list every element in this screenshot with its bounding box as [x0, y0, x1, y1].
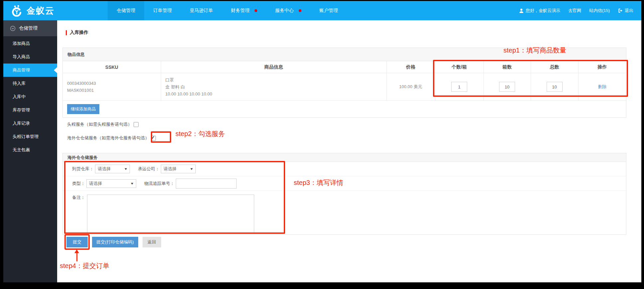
sidebar-section-title: 仓储管理	[19, 25, 38, 31]
sidebar-item-product-management[interactable]: 商品管理	[3, 64, 57, 77]
col-pieces-per-box: 个数/箱	[435, 61, 483, 73]
sidebar-item-inbound-records[interactable]: 入库记录	[3, 117, 57, 130]
sidebar-item-add-product[interactable]: 添加商品	[3, 37, 57, 50]
nav-item-amazon-orders[interactable]: 亚马逊订单	[181, 1, 222, 20]
sidebar-item-import-product[interactable]: 导入商品	[3, 50, 57, 64]
pieces-per-box-cell	[435, 73, 483, 101]
title-accent-bar	[66, 30, 67, 35]
goods-table: SSKU 商品信息 价格 个数/箱 箱数 总数 操作 000343000343 …	[63, 61, 626, 101]
select-arrow-icon: ▼	[190, 167, 194, 171]
greeting-text: 您好，金蚁云演示	[526, 8, 560, 14]
sidebar-item-inbound-in-progress[interactable]: 入库中	[3, 90, 57, 103]
logo-ant-icon	[9, 5, 23, 17]
remark-label: 备注：	[72, 195, 85, 201]
ssku-cell: 000343000343 MASK001001	[63, 73, 161, 101]
logo: 金蚁云	[3, 1, 108, 20]
first-leg-service-label: 头程服务（如需头程服务请勾选）	[67, 121, 132, 127]
nav-label: 财务管理	[231, 8, 250, 14]
first-leg-service-row: 头程服务（如需头程服务请勾选）	[67, 121, 139, 128]
notification-dot	[299, 9, 301, 12]
chevron-circle-icon	[10, 26, 16, 31]
nav-item-warehouse[interactable]: 仓储管理	[108, 1, 144, 20]
warehouse-label: 到货仓库：	[72, 166, 94, 172]
logo-text: 金蚁云	[27, 5, 54, 17]
sidebar-item-inventory-management[interactable]: 库存管理	[3, 103, 57, 117]
step3-annotation-text: step3：填写详情	[294, 178, 343, 187]
form-row-type: 类型： 请选择 ▼ 物流追踪单号：	[63, 176, 626, 191]
back-button[interactable]: 返回	[143, 237, 161, 247]
goods-table-header-row: SSKU 商品信息 价格 个数/箱 箱数 总数 操作	[63, 61, 626, 73]
col-product-info: 商品信息	[161, 61, 386, 73]
col-price: 价格	[386, 61, 435, 73]
boxes-input[interactable]	[499, 82, 515, 92]
nav-label: 订单管理	[153, 8, 172, 14]
user-icon	[519, 8, 524, 13]
select-arrow-icon: ▼	[124, 167, 128, 171]
delete-link[interactable]: 删除	[598, 84, 606, 89]
tracking-number-input[interactable]	[176, 179, 237, 189]
notification-dot	[255, 9, 257, 12]
sidebar-item-unclaimed-packages[interactable]: 无主包裹	[3, 143, 57, 157]
type-label: 类型：	[72, 181, 85, 187]
sidebar: 仓储管理 添加商品 导入商品 商品管理 待入库 入库中 库存管理 入库记录 头程…	[3, 20, 57, 282]
boxes-cell	[483, 73, 531, 101]
product-info-cell: 口罩 盒 塑料 白 10.00 10.00 10.00 10.00	[161, 73, 386, 101]
active-item-notch	[54, 67, 57, 73]
sidebar-item-pending-inbound[interactable]: 待入库	[3, 77, 57, 90]
overseas-service-row: 海外仓仓储服务（如需海外仓服务请勾选）	[67, 135, 156, 141]
tracking-label: 物流追踪单号：	[144, 181, 174, 187]
submit-button[interactable]: 提交	[66, 237, 88, 247]
topbar-right: 您好，金蚁云演示 去官网 站内信(15) 退出	[519, 1, 641, 20]
form-row-warehouse: 到货仓库： 请选择 ▼ 承运公司： 请选择 ▼	[63, 162, 626, 176]
nav-item-finance[interactable]: 财务管理	[222, 1, 266, 20]
select-arrow-icon: ▼	[130, 182, 134, 185]
carrier-select[interactable]: 请选择 ▼	[161, 165, 196, 173]
overseas-service-panel: 海外仓仓储服务 到货仓库： 请选择 ▼ 承运公司： 请选择 ▼ 类型： 请选择 …	[62, 153, 626, 235]
col-total: 总数	[531, 61, 578, 73]
step4-arrow-line	[76, 253, 77, 261]
overseas-service-label: 海外仓仓储服务（如需海外仓服务请勾选）	[67, 135, 149, 141]
overseas-service-checkbox[interactable]	[151, 136, 156, 141]
nav-label: 仓储管理	[117, 8, 135, 14]
submit-print-button[interactable]: 提交(打印仓储编码)	[92, 237, 138, 247]
main-nav: 仓储管理 订单管理 亚马逊订单 财务管理 服务中心 账户管理	[108, 1, 347, 20]
top-header: 金蚁云 仓储管理 订单管理 亚马逊订单 财务管理 服务中心 账户管理	[3, 1, 641, 20]
first-leg-service-checkbox[interactable]	[134, 122, 139, 127]
app-window: 金蚁云 仓储管理 订单管理 亚马逊订单 财务管理 服务中心 账户管理	[3, 1, 641, 282]
nav-item-orders[interactable]: 订单管理	[144, 1, 181, 20]
logout-link[interactable]: 退出	[618, 8, 633, 14]
goods-info-panel: 物品信息 SSKU 商品信息 价格 个数/箱 箱数 总数 操作	[62, 48, 626, 118]
official-site-link[interactable]: 去官网	[568, 8, 581, 14]
action-buttons: 提交 提交(打印仓储编码) 返回	[66, 237, 161, 247]
pieces-per-box-input[interactable]	[451, 82, 467, 92]
nav-label: 亚马逊订单	[190, 8, 213, 14]
sidebar-menu: 添加商品 导入商品 商品管理 待入库 入库中 库存管理 入库记录 头程订单管理 …	[3, 36, 57, 157]
logout-icon	[618, 8, 623, 13]
total-cell	[531, 73, 578, 101]
page-title: 入库操作	[66, 30, 88, 36]
warehouse-select[interactable]: 请选择 ▼	[95, 165, 130, 173]
col-ssku: SSKU	[63, 61, 161, 73]
form-row-remark: 备注：	[63, 191, 626, 235]
step4-annotation-text: step4：提交订单	[60, 261, 109, 270]
step2-annotation-text: step2：勾选服务	[175, 129, 225, 138]
add-more-products-button[interactable]: 继续添加商品	[67, 104, 99, 114]
type-select[interactable]: 请选择 ▼	[86, 179, 136, 188]
nav-item-account[interactable]: 账户管理	[310, 1, 347, 20]
user-greeting[interactable]: 您好，金蚁云演示	[519, 8, 560, 14]
nav-label: 服务中心	[275, 8, 294, 14]
inbox-link[interactable]: 站内信(15)	[589, 8, 610, 14]
col-action: 操作	[578, 61, 626, 73]
goods-panel-footer: 继续添加商品	[63, 101, 626, 117]
table-row: 000343000343 MASK001001 口罩 盒 塑料 白 10.00 …	[63, 73, 626, 101]
overseas-panel-title: 海外仓仓储服务	[63, 153, 626, 162]
nav-item-service-center[interactable]: 服务中心	[266, 1, 310, 20]
total-input[interactable]	[547, 82, 563, 92]
sidebar-section-header[interactable]: 仓储管理	[3, 20, 57, 36]
carrier-label: 承运公司：	[138, 166, 160, 172]
action-cell: 删除	[578, 73, 626, 101]
main-content: 入库操作 物品信息 SSKU 商品信息 价格 个数/箱 箱数 总数	[57, 20, 641, 282]
col-boxes: 箱数	[483, 61, 531, 73]
sidebar-item-first-leg-order-management[interactable]: 头程订单管理	[3, 130, 57, 143]
remark-textarea[interactable]	[87, 195, 254, 233]
